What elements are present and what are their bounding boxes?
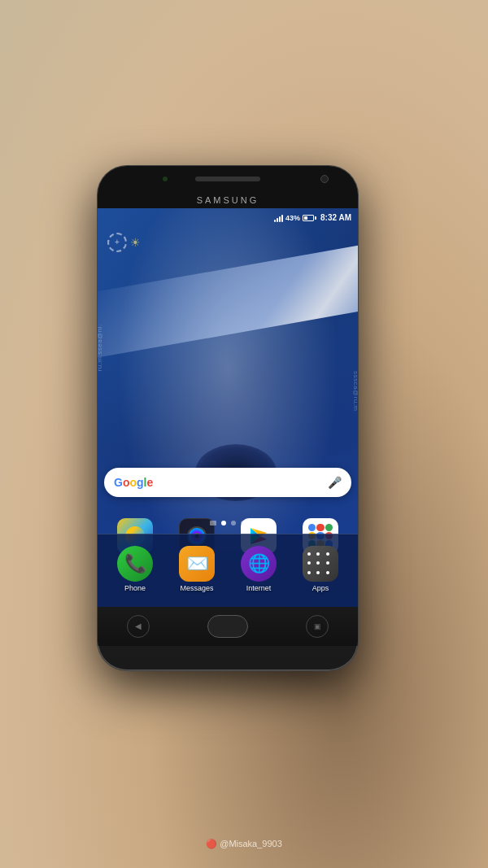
clock: 8:32 AM — [320, 213, 351, 222]
internet-dock-icon: 🌐 — [241, 546, 277, 582]
page-dot-3[interactable] — [231, 521, 236, 526]
dock-item-apps[interactable]: Apps — [296, 546, 345, 592]
battery-fill — [304, 216, 307, 220]
apps-dot-9 — [326, 571, 329, 574]
messages-dock-label: Messages — [180, 584, 213, 592]
battery-body — [303, 215, 314, 221]
watermark-left: ru.m.ssea@ni. — [98, 324, 103, 371]
page-dots — [98, 521, 358, 526]
battery-tip — [315, 216, 316, 220]
weibo-icon: 🔴 — [206, 839, 220, 848]
dock-item-phone[interactable]: 📞 Phone — [111, 546, 159, 592]
status-bar: 43% 8:32 AM — [98, 208, 358, 228]
internet-emoji: 🌐 — [248, 553, 270, 574]
signal-icon — [274, 214, 283, 222]
messages-emoji: ✉️ — [186, 553, 208, 574]
phone-emoji: 📞 — [124, 553, 146, 574]
weather-add-icon[interactable]: + — [107, 233, 127, 252]
apps-dot-7 — [307, 571, 311, 574]
back-button[interactable]: ◀ — [127, 615, 150, 638]
apps-dot-3 — [326, 552, 329, 556]
apps-dot-4 — [307, 561, 311, 565]
front-camera — [320, 175, 329, 183]
dock: 📞 Phone ✉️ Messages 🌐 Internet — [98, 534, 358, 607]
apps-dot-2 — [316, 552, 320, 556]
recents-button[interactable]: ▣ — [306, 615, 329, 638]
apps-dot-8 — [316, 571, 320, 574]
screen: 43% 8:32 AM + ☀ ru.m.ssea@ — [98, 208, 358, 607]
sensor — [163, 177, 168, 181]
phone-dock-label: Phone — [124, 584, 146, 592]
status-right: 43% 8:32 AM — [274, 213, 351, 222]
brand-label: SAMSUNG — [98, 192, 358, 208]
phone-dock-icon: 📞 — [117, 546, 153, 582]
google-logo: Google — [114, 476, 153, 489]
dock-item-internet[interactable]: 🌐 Internet — [234, 546, 283, 592]
speaker — [195, 177, 260, 181]
weather-widget[interactable]: + ☀ — [107, 233, 141, 252]
signal-bar-2 — [277, 218, 278, 222]
apps-dot-1 — [307, 552, 311, 556]
dock-item-messages[interactable]: ✉️ Messages — [172, 546, 221, 592]
signal-bar-4 — [281, 215, 283, 222]
sun-icon: ☀ — [130, 236, 141, 249]
footer-watermark: 🔴 @Misaka_9903 — [206, 835, 282, 850]
home-button[interactable] — [207, 615, 248, 638]
phone-container: SAMSUNG 43% — [98, 166, 358, 670]
messages-dock-icon: ✉️ — [179, 546, 215, 582]
mic-icon[interactable]: 🎤 — [328, 476, 342, 489]
bottom-nav: ◀ ▣ — [98, 607, 358, 646]
recents-icon: ▣ — [314, 622, 321, 630]
internet-dock-label: Internet — [246, 584, 272, 592]
weibo-username: @Misaka_9903 — [220, 839, 282, 848]
battery-percent: 43% — [285, 214, 300, 222]
apps-dock-label: Apps — [312, 584, 329, 592]
watermark-right: sssca@ru.m — [353, 370, 359, 411]
page-dot-2-active[interactable] — [221, 521, 226, 526]
signal-bar-1 — [274, 220, 276, 222]
apps-dock-icon — [303, 546, 338, 582]
page-dot-1[interactable] — [210, 521, 216, 526]
battery-icon — [303, 215, 316, 221]
apps-dot-6 — [326, 561, 329, 565]
google-search-bar[interactable]: Google 🎤 — [104, 468, 351, 497]
page-dot-4[interactable] — [241, 521, 246, 526]
signal-bar-3 — [279, 216, 281, 222]
apps-dot-5 — [316, 561, 320, 565]
phone-body: SAMSUNG 43% — [98, 166, 358, 670]
back-icon: ◀ — [135, 622, 142, 630]
phone-top-hardware — [98, 166, 358, 192]
